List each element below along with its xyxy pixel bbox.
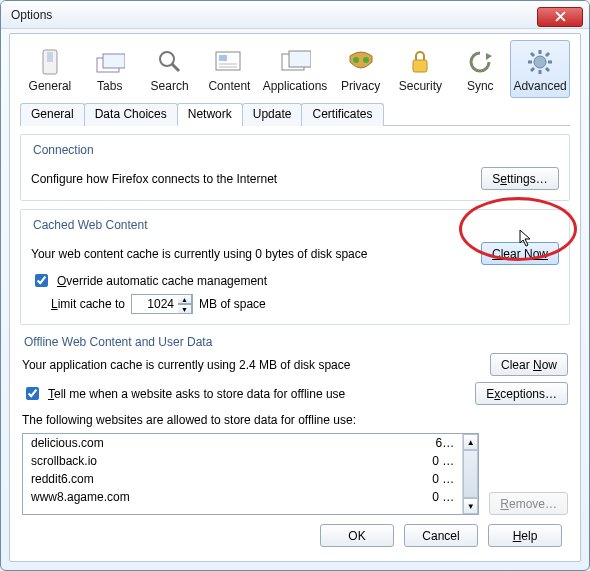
connection-text: Configure how Firefox connects to the In… <box>31 172 277 186</box>
svg-line-22 <box>546 68 549 71</box>
switch-icon <box>32 47 68 77</box>
toolbar-tabs[interactable]: Tabs <box>80 40 140 98</box>
cache-legend: Cached Web Content <box>29 218 152 232</box>
connection-section: Connection Configure how Firefox connect… <box>20 134 570 201</box>
content-icon <box>211 47 247 77</box>
close-button[interactable] <box>537 7 583 27</box>
spinner-up[interactable]: ▲ <box>178 294 192 304</box>
scroll-thumb[interactable] <box>463 450 478 498</box>
category-toolbar: General Tabs Search Content Applications… <box>20 40 570 98</box>
list-item[interactable]: reddit6.com0 … <box>23 470 462 488</box>
dialog-buttons: OK Cancel Help <box>320 524 562 547</box>
titlebar: Options <box>1 1 589 29</box>
cache-clear-now-button[interactable]: Clear Now <box>481 242 559 265</box>
options-window: Options General Tabs Search Content <box>0 0 590 571</box>
list-item[interactable]: www8.agame.com0 … <box>23 488 462 506</box>
limit-cache-row: Limit cache to ▲ ▼ MB of space <box>51 294 559 314</box>
tab-network[interactable]: Network <box>177 103 243 126</box>
cancel-button[interactable]: Cancel <box>404 524 478 547</box>
offline-section: Offline Web Content and User Data Your a… <box>20 335 570 515</box>
exceptions-button[interactable]: Exceptions… <box>475 382 568 405</box>
sync-icon <box>462 47 498 77</box>
toolbar-general[interactable]: General <box>20 40 80 98</box>
limit-cache-label: Limit cache to <box>51 297 125 311</box>
search-icon <box>152 47 188 77</box>
offline-list-intro: The following websites are allowed to st… <box>22 413 568 427</box>
list-item[interactable]: scrollback.io0 … <box>23 452 462 470</box>
spinner-down[interactable]: ▼ <box>178 304 192 314</box>
tab-update[interactable]: Update <box>242 103 303 126</box>
svg-point-13 <box>363 57 369 63</box>
help-button[interactable]: Help <box>488 524 562 547</box>
offline-heading: Offline Web Content and User Data <box>24 335 568 349</box>
tell-me-label: Tell me when a website asks to store dat… <box>48 387 345 401</box>
override-cache-checkbox[interactable] <box>35 274 48 287</box>
settings-button[interactable]: Settings… <box>481 167 559 190</box>
svg-line-21 <box>531 53 534 56</box>
cache-status: Your web content cache is currently usin… <box>31 247 367 261</box>
scroll-down-button[interactable]: ▼ <box>463 498 478 514</box>
list-scrollbar[interactable]: ▲ ▼ <box>462 434 478 514</box>
limit-cache-unit: MB of space <box>199 297 266 311</box>
svg-rect-14 <box>413 60 427 72</box>
gear-icon <box>522 47 558 77</box>
mask-icon <box>343 47 379 77</box>
svg-rect-11 <box>289 51 311 67</box>
cache-section: Cached Web Content Your web content cach… <box>20 209 570 325</box>
lock-icon <box>402 47 438 77</box>
offline-clear-now-button[interactable]: Clear Now <box>490 353 568 376</box>
toolbar-search[interactable]: Search <box>140 40 200 98</box>
toolbar-applications[interactable]: Applications <box>259 40 330 98</box>
svg-point-12 <box>353 57 359 63</box>
svg-line-23 <box>546 53 549 56</box>
scroll-up-button[interactable]: ▲ <box>463 434 478 450</box>
limit-cache-spinner[interactable]: ▲ ▼ <box>131 294 193 314</box>
svg-rect-3 <box>103 54 125 68</box>
offline-status: Your application cache is currently usin… <box>22 358 350 372</box>
offline-sites-list[interactable]: delicious.com6… scrollback.io0 … reddit6… <box>22 433 479 515</box>
svg-rect-7 <box>219 55 227 61</box>
connection-legend: Connection <box>29 143 98 157</box>
list-item[interactable]: delicious.com6… <box>23 434 462 452</box>
tab-general[interactable]: General <box>20 103 85 126</box>
tabs-icon <box>92 47 128 77</box>
ok-button[interactable]: OK <box>320 524 394 547</box>
tab-data-choices[interactable]: Data Choices <box>84 103 178 126</box>
tell-me-checkbox-row[interactable]: Tell me when a website asks to store dat… <box>22 384 345 403</box>
window-title: Options <box>11 8 52 22</box>
close-icon <box>555 11 566 22</box>
toolbar-security[interactable]: Security <box>391 40 451 98</box>
svg-point-4 <box>160 52 174 66</box>
override-cache-checkbox-row[interactable]: Override automatic cache management <box>31 271 559 290</box>
toolbar-privacy[interactable]: Privacy <box>331 40 391 98</box>
tell-me-checkbox[interactable] <box>26 387 39 400</box>
svg-line-5 <box>172 64 179 71</box>
limit-cache-input[interactable] <box>132 297 178 311</box>
tab-certificates[interactable]: Certificates <box>301 103 383 126</box>
svg-line-24 <box>531 68 534 71</box>
svg-point-16 <box>534 56 546 68</box>
toolbar-sync[interactable]: Sync <box>450 40 510 98</box>
svg-rect-1 <box>47 52 53 62</box>
svg-marker-15 <box>486 53 492 60</box>
dialog-body: General Tabs Search Content Applications… <box>9 33 581 562</box>
advanced-tabstrip: General Data Choices Network Update Cert… <box>20 102 570 126</box>
applications-icon <box>277 47 313 77</box>
override-cache-label: Override automatic cache management <box>57 274 267 288</box>
toolbar-content[interactable]: Content <box>199 40 259 98</box>
remove-button[interactable]: Remove… <box>489 492 568 515</box>
toolbar-advanced[interactable]: Advanced <box>510 40 570 98</box>
